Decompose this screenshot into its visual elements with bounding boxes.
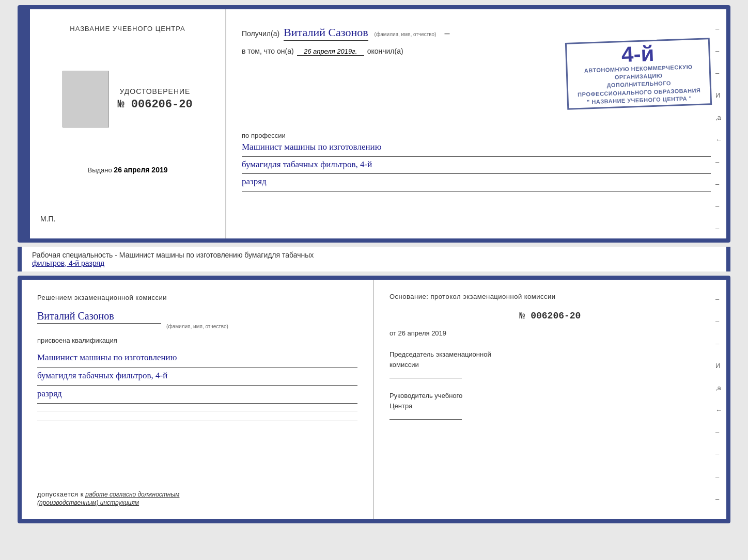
stamp-number: 4-й bbox=[621, 42, 654, 65]
vydano-label: Выдано bbox=[87, 166, 112, 174]
predsedatel-title2: комиссии bbox=[389, 360, 711, 370]
bottom-name-hint: (фамилия, имя, отчество) bbox=[37, 324, 357, 329]
po-professii-block: по профессии Машинист машины по изготовл… bbox=[242, 129, 711, 191]
poluchil-line: Получил(а) Виталий Сазонов (фамилия, имя… bbox=[242, 22, 711, 41]
spine-left bbox=[22, 9, 30, 238]
divider1 bbox=[37, 411, 357, 411]
document-top: НАЗВАНИЕ УЧЕБНОГО ЦЕНТРА УДОСТОВЕРЕНИЕ №… bbox=[18, 5, 730, 243]
udostoverenie-label: УДОСТОВЕРЕНИЕ bbox=[117, 87, 192, 95]
vydano-block: Выдано 26 апреля 2019 bbox=[87, 166, 167, 174]
profession-line2: бумагидля табачных фильтров, 4-й bbox=[242, 157, 711, 174]
osnovanie-text: Основание: протокол экзаменационной коми… bbox=[389, 293, 711, 300]
bottom-left-title: Решением экзаменационной комиссии bbox=[37, 293, 357, 303]
predsedatel-title1: Председатель экзаменационной bbox=[389, 349, 711, 360]
recipient-name: Виталий Сазонов bbox=[284, 26, 368, 41]
dopuskaetsya-text2: (производственным) инструкциям bbox=[37, 499, 139, 506]
rukovoditel-sig-line bbox=[389, 419, 462, 420]
po-professii-label: по профессии bbox=[242, 132, 711, 139]
label-strip: Рабочая специальность - Машинист машины … bbox=[18, 247, 730, 271]
predsedatel-sig-line bbox=[389, 378, 462, 378]
udostoverenie-block: УДОСТОВЕРЕНИЕ № 006206-20 bbox=[117, 87, 192, 111]
label-strip-line2: фильтров, 4-й разряд bbox=[32, 259, 716, 267]
vtom-date: 26 апреля 2019г. bbox=[297, 47, 364, 56]
right-deco-bottom: – – – И ,а ← – – – – bbox=[715, 295, 722, 503]
qual-line2: бумагидля табачных фильтров, 4-й bbox=[37, 367, 357, 386]
ot-date: от 26 апреля 2019 bbox=[389, 329, 711, 337]
qual-block: Машинист машины по изготовлению бумагидл… bbox=[37, 349, 357, 404]
poluchil-label: Получил(а) bbox=[242, 29, 279, 38]
center-title-top: НАЗВАНИЕ УЧЕБНОГО ЦЕНТРА bbox=[70, 25, 185, 33]
mp-label: М.П. bbox=[40, 215, 56, 223]
prisvoena-text: присвоена квалификация bbox=[37, 337, 357, 344]
predsedatel-block: Председатель экзаменационной комиссии bbox=[389, 349, 711, 378]
rukovoditel-title2: Центра bbox=[389, 401, 711, 411]
protokol-number: № 006206-20 bbox=[389, 311, 711, 321]
vtom-text: в том, что он(a) bbox=[242, 47, 294, 55]
rukovoditel-title1: Руководитель учебного bbox=[389, 391, 711, 401]
document-bottom: Решением экзаменационной комиссии Витали… bbox=[18, 276, 730, 523]
doc-bottom-left: Решением экзаменационной комиссии Витали… bbox=[22, 280, 374, 519]
bottom-name-block: Виталий Сазонов (фамилия, имя, отчество) bbox=[37, 310, 357, 329]
profession-line3: разряд bbox=[242, 174, 711, 191]
vydano-date: 26 апреля 2019 bbox=[114, 166, 167, 174]
right-deco-top: – – – И ,а ← – – – – bbox=[715, 25, 722, 232]
udostoverenie-number: № 006206-20 bbox=[117, 98, 192, 111]
stamp: 4-й АВТОНОМНУЮ НЕКОММЕРЧЕСКУЮ ОРГАНИЗАЦИ… bbox=[565, 38, 712, 110]
okonchil-text: окончил(a) bbox=[367, 47, 403, 55]
photo-placeholder bbox=[63, 71, 109, 127]
dopuskaetsya-text1: работе согласно должностным bbox=[85, 491, 179, 498]
doc-right-panel: Получил(а) Виталий Сазонов (фамилия, имя… bbox=[226, 9, 726, 238]
qual-line3: разряд bbox=[37, 386, 357, 404]
rukovoditel-block: Руководитель учебного Центра bbox=[389, 391, 711, 420]
divider2 bbox=[37, 421, 357, 421]
qual-line1: Машинист машины по изготовлению bbox=[37, 349, 357, 367]
doc-left-panel: НАЗВАНИЕ УЧЕБНОГО ЦЕНТРА УДОСТОВЕРЕНИЕ №… bbox=[30, 9, 226, 238]
label-strip-line1: Рабочая специальность - Машинист машины … bbox=[32, 251, 716, 259]
bottom-recipient-name: Виталий Сазонов bbox=[37, 310, 161, 324]
profession-line1: Машинист машины по изготовлению bbox=[242, 139, 711, 157]
doc-bottom-right: Основание: протокол экзаменационной коми… bbox=[374, 280, 726, 519]
dopuskaetsya-block: допускается к работе согласно должностны… bbox=[37, 489, 357, 507]
name-hint: (фамилия, имя, отчество) bbox=[375, 31, 437, 37]
